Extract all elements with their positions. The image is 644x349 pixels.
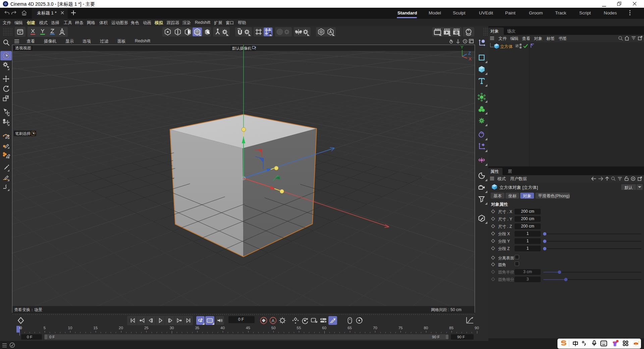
svg-text:Z: Z [468, 51, 471, 56]
svg-text:X: X [469, 56, 472, 61]
svg-text:A: A [272, 318, 275, 323]
svg-text:Y: Y [461, 45, 464, 50]
